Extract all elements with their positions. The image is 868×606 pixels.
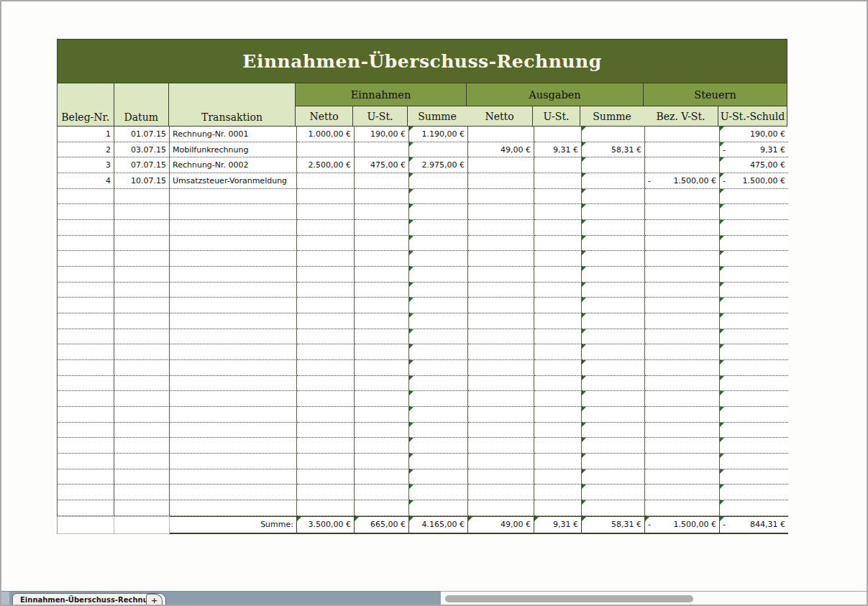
cell-a_netto[interactable] xyxy=(468,236,534,252)
cell-ust_schuld[interactable] xyxy=(720,251,788,267)
cell-nr[interactable]: 4 xyxy=(58,173,114,189)
cell-e_netto[interactable] xyxy=(297,267,355,283)
cell-e_ust[interactable] xyxy=(355,500,409,516)
cell-e_summe[interactable] xyxy=(409,220,468,236)
cell-transaktion[interactable]: Rechnung-Nr. 0002 xyxy=(170,157,297,173)
cell-transaktion[interactable] xyxy=(170,329,297,345)
cell-e_ust[interactable] xyxy=(355,251,409,267)
cell-e_netto[interactable] xyxy=(297,454,355,469)
cell-datum[interactable]: 07.07.15 xyxy=(114,157,170,173)
cell-datum[interactable] xyxy=(114,454,170,469)
cell-a_summe[interactable] xyxy=(582,267,645,283)
total-datum[interactable] xyxy=(114,516,170,534)
cell-bez_vst[interactable] xyxy=(645,127,720,142)
cell-e_summe[interactable] xyxy=(409,454,468,469)
cell-datum[interactable] xyxy=(114,236,170,252)
cell-datum[interactable] xyxy=(114,189,170,205)
cell-e_summe[interactable] xyxy=(409,298,468,313)
cell-a_ust[interactable] xyxy=(534,454,582,469)
cell-a_ust[interactable] xyxy=(534,267,582,283)
cell-bez_vst[interactable] xyxy=(645,142,720,158)
cell-e_netto[interactable] xyxy=(297,469,355,485)
cell-ust_schuld[interactable] xyxy=(720,485,788,500)
cell-e_netto[interactable] xyxy=(297,142,355,158)
cell-a_ust[interactable] xyxy=(534,173,582,189)
cell-a_ust[interactable] xyxy=(534,485,582,500)
cell-datum[interactable] xyxy=(114,438,170,454)
cell-e_ust[interactable] xyxy=(355,454,409,469)
cell-nr[interactable] xyxy=(58,360,114,376)
cell-datum[interactable] xyxy=(114,469,170,485)
cell-ust_schuld[interactable] xyxy=(720,500,788,516)
cell-a_summe[interactable] xyxy=(582,236,645,252)
cell-a_summe[interactable] xyxy=(582,127,645,142)
cell-e_netto[interactable] xyxy=(297,313,355,329)
cell-datum[interactable]: 03.07.15 xyxy=(114,142,170,158)
cell-e_ust[interactable] xyxy=(355,438,409,454)
cell-e_netto[interactable] xyxy=(297,298,355,313)
cell-nr[interactable] xyxy=(58,344,114,360)
cell-e_summe[interactable] xyxy=(409,360,468,376)
header-ausgaben-ust[interactable]: U-St. xyxy=(533,106,580,126)
cell-datum[interactable] xyxy=(114,313,170,329)
cell-e_ust[interactable] xyxy=(355,236,409,252)
cell-transaktion[interactable] xyxy=(170,391,297,407)
cell-datum[interactable] xyxy=(114,329,170,345)
cell-a_summe[interactable] xyxy=(582,376,645,392)
cell-transaktion[interactable] xyxy=(170,360,297,376)
cell-a_summe[interactable] xyxy=(582,423,645,439)
cell-transaktion[interactable]: Mobilfunkrechnung xyxy=(170,142,297,158)
cell-a_ust[interactable] xyxy=(534,298,582,313)
cell-bez_vst[interactable]: -1.500,00 € xyxy=(645,173,720,189)
cell-nr[interactable] xyxy=(58,236,114,252)
cell-nr[interactable] xyxy=(58,313,114,329)
cell-a_ust[interactable] xyxy=(534,469,582,485)
cell-e_netto[interactable] xyxy=(297,173,355,189)
cell-ust_schuld[interactable] xyxy=(720,189,788,205)
cell-e_summe[interactable] xyxy=(409,313,468,329)
cell-nr[interactable] xyxy=(58,376,114,392)
cell-e_netto[interactable] xyxy=(297,220,355,236)
cell-e_summe[interactable] xyxy=(409,236,468,252)
cell-e_ust[interactable] xyxy=(355,407,409,423)
total-a_ust[interactable]: 9,31 € xyxy=(534,516,582,534)
cell-a_ust[interactable] xyxy=(534,329,582,345)
cell-e_summe[interactable]: 1.190,00 € xyxy=(409,127,468,142)
cell-ust_schuld[interactable] xyxy=(720,236,788,252)
header-bez-vst[interactable]: Bez. V-St. xyxy=(644,106,718,126)
cell-bez_vst[interactable] xyxy=(645,251,720,267)
cell-a_netto[interactable] xyxy=(468,173,534,189)
cell-a_ust[interactable] xyxy=(534,313,582,329)
cell-bez_vst[interactable] xyxy=(645,423,720,439)
cell-a_ust[interactable] xyxy=(534,204,582,220)
header-einnahmen-netto[interactable]: Netto xyxy=(296,106,353,126)
cell-transaktion[interactable] xyxy=(170,376,297,392)
cell-transaktion[interactable] xyxy=(170,189,297,205)
cell-bez_vst[interactable] xyxy=(645,313,720,329)
cell-bez_vst[interactable] xyxy=(645,267,720,283)
cell-e_ust[interactable] xyxy=(355,142,409,158)
cell-e_summe[interactable]: 2.975,00 € xyxy=(409,157,468,173)
cell-e_ust[interactable] xyxy=(355,469,409,485)
cell-transaktion[interactable] xyxy=(170,423,297,439)
cell-e_netto[interactable] xyxy=(297,283,355,298)
cell-bez_vst[interactable] xyxy=(645,204,720,220)
cell-bez_vst[interactable] xyxy=(645,376,720,392)
cell-e_netto[interactable] xyxy=(297,423,355,439)
cell-e_netto[interactable] xyxy=(297,204,355,220)
cell-a_netto[interactable] xyxy=(468,189,534,205)
cell-a_summe[interactable] xyxy=(582,391,645,407)
cell-ust_schuld[interactable] xyxy=(720,391,788,407)
cell-e_ust[interactable]: 475,00 € xyxy=(355,157,409,173)
cell-bez_vst[interactable] xyxy=(645,407,720,423)
cell-transaktion[interactable] xyxy=(170,313,297,329)
header-ust-schuld[interactable]: U-St.-Schuld xyxy=(718,106,787,126)
cell-bez_vst[interactable] xyxy=(645,189,720,205)
cell-datum[interactable] xyxy=(114,220,170,236)
cell-a_ust[interactable] xyxy=(534,423,582,439)
cell-a_netto[interactable] xyxy=(468,283,534,298)
cell-bez_vst[interactable] xyxy=(645,220,720,236)
total-nr[interactable] xyxy=(58,516,114,534)
cell-bez_vst[interactable] xyxy=(645,344,720,360)
cell-transaktion[interactable] xyxy=(170,298,297,313)
